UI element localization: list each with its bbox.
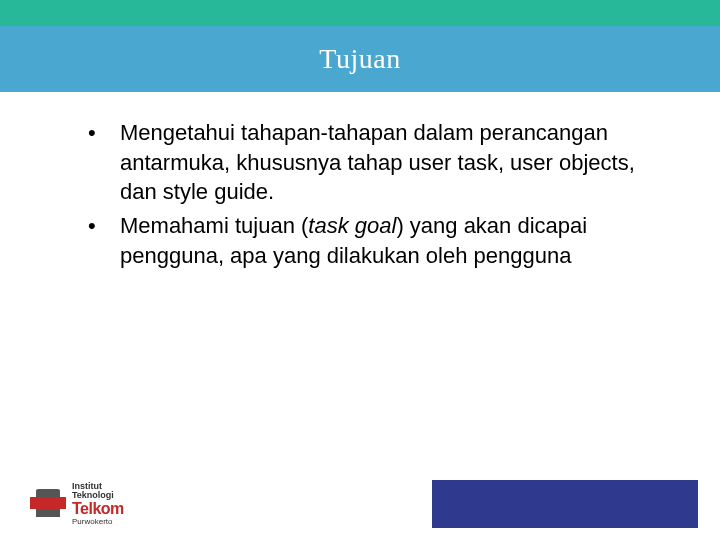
content-area: Mengetahui tahapan-tahapan dalam peranca…: [80, 118, 640, 274]
logo-text-block: Institut Teknologi Telkom Purwokerto: [72, 482, 124, 526]
bullet-item: Memahami tujuan (task goal) yang akan di…: [80, 211, 640, 270]
footer-accent-bar: [432, 480, 698, 528]
slide: Tujuan Mengetahui tahapan-tahapan dalam …: [0, 0, 720, 540]
logo-sub: Purwokerto: [72, 518, 124, 526]
top-accent-bar: [0, 0, 720, 26]
slide-title: Tujuan: [319, 43, 400, 75]
title-bar: Tujuan: [0, 26, 720, 92]
bullet-item: Mengetahui tahapan-tahapan dalam peranca…: [80, 118, 640, 207]
bullet-text-pre: Memahami tujuan (: [120, 213, 308, 238]
logo-line2: Teknologi: [72, 491, 124, 500]
institution-logo: Institut Teknologi Telkom Purwokerto: [30, 482, 124, 526]
logo-brand: Telkom: [72, 501, 124, 517]
logo-mark-icon: [30, 489, 66, 519]
bullet-text-italic: task goal: [308, 213, 396, 238]
bullet-text: Mengetahui tahapan-tahapan dalam peranca…: [120, 120, 635, 204]
bullet-list: Mengetahui tahapan-tahapan dalam peranca…: [80, 118, 640, 270]
